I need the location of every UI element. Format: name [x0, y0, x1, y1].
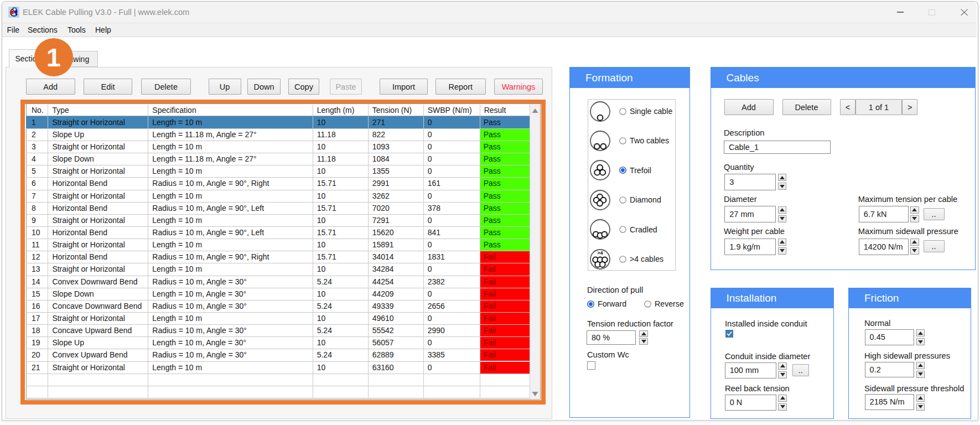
svg-text:>4: >4: [597, 250, 603, 255]
